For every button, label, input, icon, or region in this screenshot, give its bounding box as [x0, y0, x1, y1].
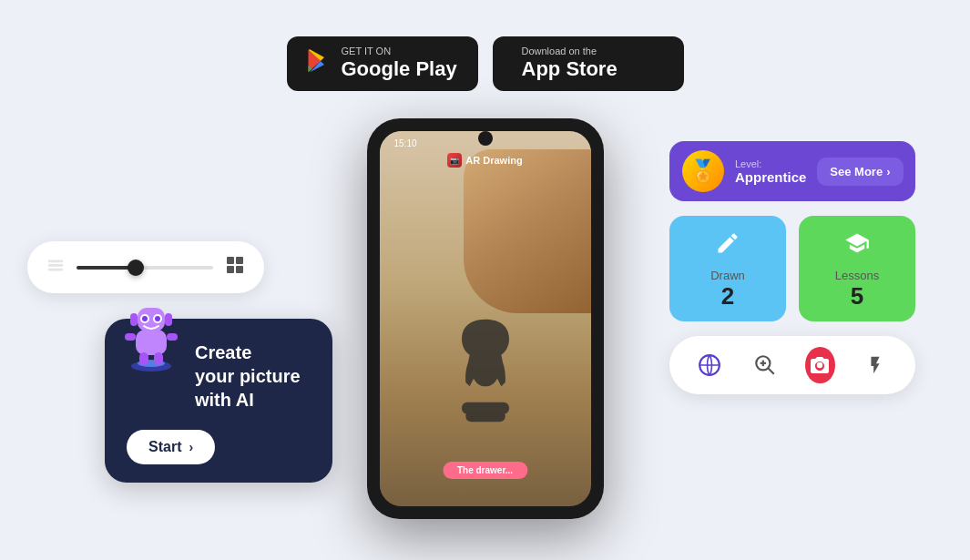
app-store-text: Download on the App Store [522, 46, 618, 82]
app-store-button[interactable]: Download on the App Store [493, 36, 684, 91]
lessons-stat-card: Lessons 5 [799, 216, 915, 321]
ai-description-text: Createyour picturewith AI [195, 341, 311, 412]
ar-drawing-label: 📷 AR Drawing [380, 153, 591, 168]
phone-status-bar: 15:10 [380, 138, 591, 148]
svg-point-18 [155, 316, 160, 321]
ai-robot-icon [119, 291, 183, 364]
pencil-icon [680, 230, 775, 261]
svg-rect-19 [125, 333, 136, 341]
right-panel: 🏅 Level: Apprentice See More › Drawn 2 [669, 141, 915, 394]
stats-row: Drawn 2 Lessons 5 [669, 216, 915, 321]
ai-start-button[interactable]: Start › [127, 430, 215, 464]
svg-rect-4 [48, 269, 64, 271]
svg-rect-7 [227, 266, 234, 273]
google-play-button[interactable]: GET IT ON Google Play [287, 36, 478, 91]
google-play-text: GET IT ON Google Play [342, 46, 457, 82]
svg-rect-5 [227, 257, 234, 264]
phone-screen: 15:10 📷 AR Drawing [380, 131, 591, 506]
store-buttons-row: GET IT ON Google Play Download on the Ap… [0, 0, 970, 91]
svg-rect-6 [236, 257, 243, 264]
svg-line-25 [768, 368, 774, 374]
svg-rect-8 [236, 266, 243, 273]
phone-mockup: 15:10 📷 AR Drawing [367, 118, 604, 519]
drawer-label: The drawer... [443, 462, 527, 479]
svg-rect-13 [130, 313, 138, 326]
phone-screen-content: The drawer... [380, 131, 591, 506]
svg-rect-1 [462, 402, 509, 414]
ai-widget: Createyour picturewith AI Start › [105, 319, 332, 483]
svg-rect-20 [167, 333, 178, 341]
zoom-tool-button[interactable] [750, 347, 781, 383]
globe-tool-button[interactable] [695, 347, 725, 383]
slider-right-icon [224, 254, 246, 280]
see-more-button[interactable]: See More › [817, 158, 903, 186]
svg-point-17 [142, 316, 148, 321]
flash-tool-button[interactable] [861, 347, 891, 383]
slider-track[interactable] [77, 266, 213, 270]
drawn-stat-card: Drawn 2 [669, 216, 786, 321]
level-badge: 🏅 Level: Apprentice See More › [669, 141, 915, 201]
google-play-icon [305, 48, 331, 78]
graduation-icon [810, 230, 904, 261]
phone-time: 15:10 [394, 138, 417, 148]
bottom-toolbar [669, 336, 915, 394]
slider-thumb[interactable] [128, 260, 144, 276]
chevron-right-icon: › [886, 165, 890, 178]
phone-frame: 15:10 📷 AR Drawing [367, 118, 604, 519]
camera-tool-button[interactable] [805, 347, 835, 383]
svg-rect-3 [48, 264, 64, 267]
svg-rect-22 [154, 352, 163, 365]
chevron-right-icon: › [189, 440, 193, 454]
svg-rect-2 [48, 260, 64, 263]
level-text: Level: Apprentice [735, 158, 806, 185]
medal-icon: 🏅 [682, 150, 724, 192]
svg-rect-14 [165, 313, 172, 326]
slider-widget [27, 241, 264, 293]
slider-left-icon [46, 255, 66, 280]
svg-rect-11 [136, 330, 167, 355]
svg-rect-21 [139, 352, 148, 365]
